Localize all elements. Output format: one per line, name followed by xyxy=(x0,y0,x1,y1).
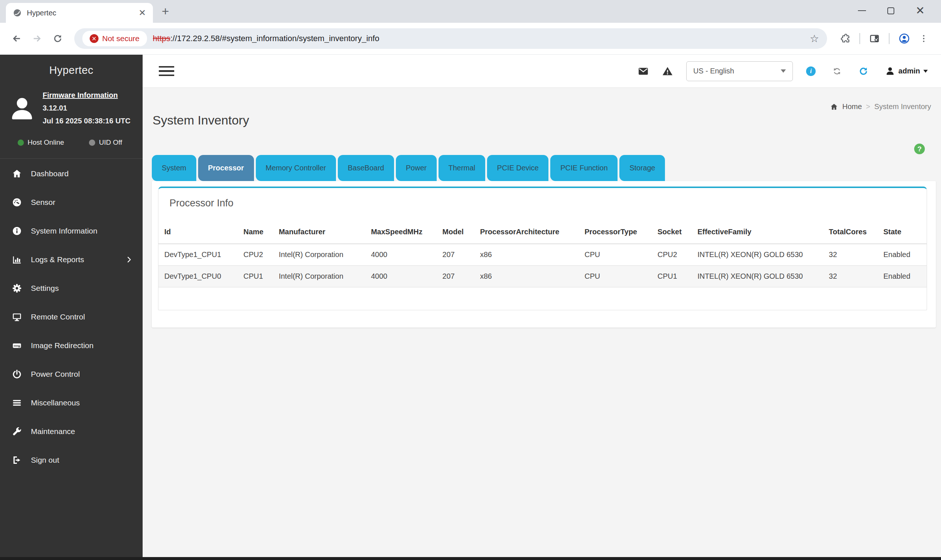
browser-window: Hypertec ✕ + ✕ ✕ Not secure https://172.… xyxy=(0,0,941,560)
refresh-icon xyxy=(858,66,868,76)
breadcrumb-separator: > xyxy=(866,102,870,111)
browser-tab[interactable]: Hypertec ✕ xyxy=(6,3,153,23)
browser-action-icons xyxy=(836,33,932,45)
uid-off-dot-icon xyxy=(89,140,95,146)
tab-close-icon[interactable]: ✕ xyxy=(137,7,148,18)
tab-power[interactable]: Power xyxy=(396,155,437,181)
user-menu[interactable]: admin xyxy=(885,66,928,76)
col-header: TotalCores xyxy=(823,219,878,244)
side-panel-search-icon[interactable] xyxy=(869,33,880,44)
messages-envelope-icon[interactable] xyxy=(638,66,649,77)
window-bottom-edge xyxy=(0,557,941,560)
refresh-button[interactable] xyxy=(858,66,872,76)
url-text: https://172.29.2.58/#system_information/… xyxy=(153,34,379,43)
cell-totalcores: 32 xyxy=(823,266,878,287)
sidebar-item-image-redirection[interactable]: Image Redirection xyxy=(0,331,143,360)
breadcrumb-current: System Inventory xyxy=(874,102,931,111)
tab-storage[interactable]: Storage xyxy=(619,155,665,181)
forward-icon[interactable] xyxy=(29,31,45,46)
alerts-warning-icon[interactable] xyxy=(662,66,673,77)
not-secure-chip[interactable]: ✕ Not secure xyxy=(82,31,147,46)
sync-button[interactable] xyxy=(832,66,845,76)
col-header: Socket xyxy=(652,219,692,244)
tab-pcie-function[interactable]: PCIE Function xyxy=(550,155,617,181)
page-content: Home > System Inventory System Inventory… xyxy=(143,88,941,557)
extensions-puzzle-icon[interactable] xyxy=(839,33,851,44)
cell-manufacturer: Intel(R) Corporation xyxy=(273,266,365,287)
sidebar-item-remote-control[interactable]: Remote Control xyxy=(0,303,143,331)
favicon-globe-icon xyxy=(12,8,22,18)
firmware-timestamp: Jul 16 2025 08:38:16 UTC xyxy=(43,117,131,125)
monitor-icon xyxy=(11,312,23,322)
cell-architecture: x86 xyxy=(474,244,578,266)
window-close-icon[interactable]: ✕ xyxy=(916,5,925,16)
bios-button[interactable]: i xyxy=(806,66,819,76)
sidebar-item-label: Image Redirection xyxy=(31,341,93,350)
window-minimize-icon[interactable] xyxy=(858,10,866,11)
sidebar-item-label: Sensor xyxy=(31,198,56,207)
bookmark-star-icon[interactable]: ☆ xyxy=(810,33,819,45)
sidebar-nav: Dashboard Sensor System Information Logs… xyxy=(0,158,143,474)
help-icon[interactable]: ? xyxy=(914,143,925,154)
cell-id: DevType1_CPU1 xyxy=(159,244,238,266)
new-tab-button[interactable]: + xyxy=(159,5,172,18)
reload-icon[interactable] xyxy=(50,31,65,46)
sidebar-item-label: Maintenance xyxy=(31,427,75,436)
sidebar-item-label: Miscellaneous xyxy=(31,398,80,407)
avatar-icon xyxy=(8,94,36,122)
host-status-label: Host Online xyxy=(28,138,64,146)
browser-toolbar: ✕ Not secure https://172.29.2.58/#system… xyxy=(0,23,941,55)
table-row: DevType1_CPU0 CPU1 Intel(R) Corporation … xyxy=(159,266,927,287)
cell-totalcores: 32 xyxy=(823,244,878,266)
breadcrumb: Home > System Inventory xyxy=(152,102,936,111)
sidebar-item-logs-reports[interactable]: Logs & Reports xyxy=(0,245,143,274)
list-icon xyxy=(11,398,23,408)
sidebar-item-maintenance[interactable]: Maintenance xyxy=(0,417,143,446)
sidebar-item-system-information[interactable]: System Information xyxy=(0,217,143,245)
tab-system[interactable]: System xyxy=(152,155,196,181)
cell-architecture: x86 xyxy=(474,266,578,287)
firmware-profile-block: Firmware Information 3.12.01 Jul 16 2025… xyxy=(8,91,137,125)
topbar-actions: US - English i xyxy=(638,62,928,81)
language-select[interactable]: US - English xyxy=(686,62,793,81)
brand-title: Hypertec xyxy=(0,64,143,76)
url-rest: ://172.29.2.58/#system_information/syste… xyxy=(170,34,379,43)
sidebar-item-sensor[interactable]: Sensor xyxy=(0,188,143,217)
app-root: Hypertec Firmware Information 3.12.01 Ju… xyxy=(0,55,941,557)
toolbar-separator xyxy=(859,33,860,44)
back-icon[interactable] xyxy=(9,31,24,46)
sidebar-item-miscellaneous[interactable]: Miscellaneous xyxy=(0,389,143,417)
kebab-menu-icon[interactable] xyxy=(919,33,929,44)
hamburger-menu-icon[interactable] xyxy=(159,66,174,76)
cell-type: CPU xyxy=(578,266,652,287)
processor-table: Id Name Manufacturer MaxSpeedMHz Model P… xyxy=(159,219,927,310)
sidebar-item-label: Sign out xyxy=(31,456,59,465)
tab-thermal[interactable]: Thermal xyxy=(438,155,485,181)
firmware-information-link[interactable]: Firmware Information xyxy=(43,91,131,100)
sidebar-item-dashboard[interactable]: Dashboard xyxy=(0,159,143,188)
tab-processor[interactable]: Processor xyxy=(198,155,254,181)
breadcrumb-home-link[interactable]: Home xyxy=(842,102,862,111)
breadcrumb-home-icon xyxy=(830,103,838,111)
tab-content-card: Processor Info Id Name Manufacturer xyxy=(152,181,936,328)
col-header: Name xyxy=(238,219,273,244)
page-title: System Inventory xyxy=(153,113,936,128)
url-bar[interactable]: ✕ Not secure https://172.29.2.58/#system… xyxy=(74,28,827,49)
sidebar-item-power-control[interactable]: Power Control xyxy=(0,360,143,389)
tab-baseboard[interactable]: BaseBoard xyxy=(338,155,394,181)
window-controls: ✕ xyxy=(842,0,941,21)
tab-memory-controller[interactable]: Memory Controller xyxy=(256,155,336,181)
disk-icon xyxy=(11,340,23,351)
cell-name: CPU1 xyxy=(238,266,273,287)
sidebar-item-sign-out[interactable]: Sign out xyxy=(0,446,143,474)
browser-tabstrip: Hypertec ✕ + ✕ xyxy=(0,0,941,23)
profile-icon[interactable] xyxy=(898,33,910,45)
window-maximize-icon[interactable] xyxy=(887,7,894,14)
sidebar-item-settings[interactable]: Settings xyxy=(0,274,143,303)
not-secure-label: Not secure xyxy=(102,34,140,43)
bios-info-icon: i xyxy=(806,66,816,76)
col-header: ProcessorType xyxy=(578,219,652,244)
sidebar-item-label: Logs & Reports xyxy=(31,255,84,264)
tab-pcie-device[interactable]: PCIE Device xyxy=(487,155,548,181)
col-header: ProcessorArchitecture xyxy=(474,219,578,244)
